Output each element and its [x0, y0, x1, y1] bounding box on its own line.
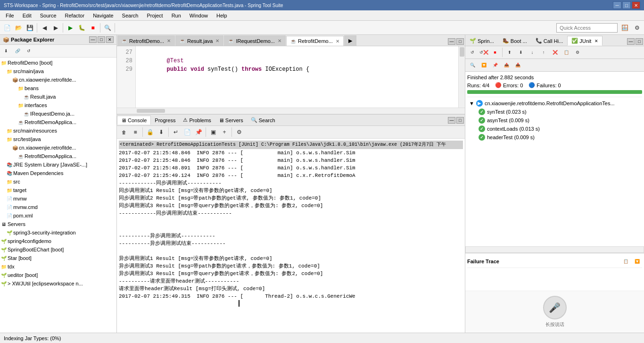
tree-item-14[interactable]: 📁src — [0, 177, 116, 186]
editor-minimize[interactable]: — — [448, 38, 455, 45]
tree-item-24[interactable]: 📁tdx — [0, 262, 116, 271]
menu-window[interactable]: Window — [186, 12, 212, 19]
console-tab-search[interactable]: 🔍 Search — [247, 116, 279, 125]
right-tab-callhi[interactable]: 📞 Call Hi... — [531, 36, 568, 46]
tree-item-19[interactable]: 🖥Servers — [0, 220, 116, 228]
tree-item-18[interactable]: 📄pom.xml — [0, 211, 116, 220]
tab-result[interactable]: ☕ Result.java ✕ — [175, 35, 223, 46]
tree-item-7[interactable]: ☕RetrofitDemoApplica... — [0, 118, 116, 126]
failure-copy[interactable]: 📋 — [620, 256, 631, 267]
editor-scrollbar[interactable] — [458, 46, 465, 108]
console-pin[interactable]: 📌 — [193, 127, 204, 137]
junit-search[interactable]: 🔍 — [467, 60, 478, 70]
perspective-btn[interactable]: 🪟 — [619, 23, 630, 33]
toolbar-back[interactable]: ◀ — [39, 23, 50, 33]
toolbar-stop[interactable]: ■ — [88, 23, 98, 33]
menu-refactor[interactable]: Refactor — [61, 12, 89, 19]
junit-filter[interactable]: 🔽 — [479, 60, 489, 70]
right-maximize[interactable]: □ — [636, 38, 643, 45]
minimize-button[interactable]: ─ — [613, 1, 621, 9]
tree-item-8[interactable]: 📁src/main/resources — [0, 126, 116, 135]
tree-item-0[interactable]: 📁RetrofitDemo [boot] — [0, 59, 116, 67]
console-output[interactable]: <terminated> RetrofitDemoApplicationTest… — [117, 139, 465, 333]
toolbar-forward[interactable]: ▶ — [50, 23, 61, 33]
console-settings[interactable]: ⚙ — [234, 127, 244, 137]
junit-test-synTest[interactable]: ✓ synTest (0.023 s) — [467, 108, 642, 116]
toolbar-save[interactable]: 💾 — [25, 23, 35, 33]
editor-maximize[interactable]: □ — [456, 38, 464, 45]
sidebar-link[interactable]: 🔗 — [12, 46, 23, 56]
sidebar-minimize[interactable]: — — [89, 36, 97, 43]
console-scroll-lock[interactable]: 🔒 — [145, 127, 155, 137]
toolbar-open[interactable]: 📂 — [13, 23, 24, 33]
tree-item-16[interactable]: 📄mvnw — [0, 194, 116, 203]
tree-item-10[interactable]: 📦cn.xiaowenjie.retrofitde... — [0, 143, 116, 152]
tree-item-3[interactable]: 📁beans — [0, 84, 116, 92]
sidebar-sync[interactable]: ↺ — [24, 46, 34, 56]
tree-item-11[interactable]: ☕RetrofitDemoApplica... — [0, 152, 116, 160]
console-open-file[interactable]: 📄 — [182, 127, 192, 137]
tree-item-21[interactable]: 🌱spring4configdemo — [0, 237, 116, 245]
tab-close-4[interactable]: ✕ — [336, 39, 339, 44]
console-tab-console[interactable]: 🖥 Console — [117, 116, 151, 125]
sidebar-collapse[interactable]: ⬇ — [1, 46, 11, 56]
junit-expand-all[interactable]: ⬇ — [516, 47, 526, 58]
junit-settings[interactable]: ⚙ — [572, 47, 583, 58]
junit-hscroll[interactable] — [465, 246, 644, 253]
quick-access-input[interactable] — [556, 23, 618, 33]
console-stop[interactable]: ■ — [130, 127, 140, 137]
sidebar-close[interactable]: ✕ — [106, 36, 114, 43]
voice-button[interactable]: 🎤 — [543, 296, 567, 319]
editor-hscroll[interactable] — [117, 108, 465, 114]
menu-file[interactable]: File — [2, 12, 18, 19]
junit-test-contextLoads[interactable]: ✓ contextLoads (0.013 s) — [467, 125, 642, 133]
junit-rerun[interactable]: ↺ — [467, 47, 478, 58]
console-word-wrap[interactable]: ↵ — [171, 127, 181, 137]
failure-trace-content[interactable] — [467, 268, 642, 270]
tree-item-17[interactable]: 📄mvnw.cmd — [0, 203, 116, 211]
right-tab-junit[interactable]: ✅ JUnit ✕ — [567, 36, 603, 46]
close-button[interactable]: ✕ — [632, 1, 640, 9]
junit-import[interactable]: 📥 — [512, 60, 523, 70]
console-tab-progress[interactable]: Progress — [151, 116, 179, 125]
tree-item-13[interactable]: 📚Maven Dependencies — [0, 169, 116, 177]
console-new[interactable]: + — [219, 127, 230, 137]
right-tab-spring[interactable]: 🌱 Sprin... — [465, 36, 498, 46]
toolbar-search[interactable]: 🔍 — [102, 23, 113, 33]
failure-filter[interactable]: 🔽 — [632, 256, 642, 267]
junit-test-headerTest[interactable]: ✓ headerTest (0.009 s) — [467, 133, 642, 142]
menu-source[interactable]: Source — [36, 12, 60, 19]
tab-retrofitdemo-1[interactable]: ☕ RetrofitDemo... ✕ — [117, 35, 175, 46]
right-tab-boot[interactable]: 🥾 Boot ... — [498, 36, 531, 46]
junit-root-item[interactable]: ▼ ▶ cn.xiaowenjie.retrofitdemo.RetrofitD… — [467, 99, 642, 108]
menu-edit[interactable]: Edit — [19, 12, 35, 19]
tree-item-20[interactable]: 🌱spring3-security-integration — [0, 228, 116, 237]
tab-extra[interactable]: ▶ — [344, 35, 356, 46]
sidebar-maximize[interactable]: □ — [98, 36, 105, 43]
console-maximize[interactable]: □ — [456, 117, 464, 124]
menu-run[interactable]: Run — [168, 12, 185, 19]
tree-item-4[interactable]: ☕Result.java — [0, 92, 116, 101]
settings-btn[interactable]: ⚙ — [632, 23, 642, 33]
tree-item-25[interactable]: 🌱ueditor [boot] — [0, 271, 116, 279]
console-display-selected[interactable]: ▣ — [208, 127, 218, 137]
menu-project[interactable]: Project — [143, 12, 166, 19]
console-scroll-end[interactable]: ⬇ — [156, 127, 166, 137]
tab-retrofitdemo-active[interactable]: ☕ RetrofitDemo... ✕ — [286, 36, 344, 46]
tab-close-2[interactable]: ✕ — [215, 38, 219, 43]
tab-close-3[interactable]: ✕ — [278, 38, 281, 43]
junit-close[interactable]: ✕ — [594, 39, 598, 43]
junit-test-asynTest[interactable]: ✓ asynTest (0.009 s) — [467, 116, 642, 125]
toolbar-debug[interactable]: 🐛 — [76, 23, 87, 33]
junit-next-fail[interactable]: ↓ — [527, 47, 537, 58]
junit-show-only-fail[interactable]: ❌ — [550, 47, 560, 58]
tree-item-9[interactable]: 📁src/test/java — [0, 135, 116, 143]
junit-rerun-failed[interactable]: ↺❌ — [479, 47, 489, 58]
tree-item-12[interactable]: 📚JRE System Library [JavaSE-...] — [0, 160, 116, 169]
code-editor[interactable]: 27 28 29 @Test public void synTest() thr… — [117, 46, 465, 108]
junit-collapse-all[interactable]: ⬆ — [504, 47, 515, 58]
menu-search[interactable]: Search — [118, 12, 142, 19]
junit-export[interactable]: 📤 — [501, 60, 512, 70]
console-tab-servers[interactable]: 🖥 Servers — [215, 116, 247, 125]
junit-prev-fail[interactable]: ↑ — [538, 47, 549, 58]
